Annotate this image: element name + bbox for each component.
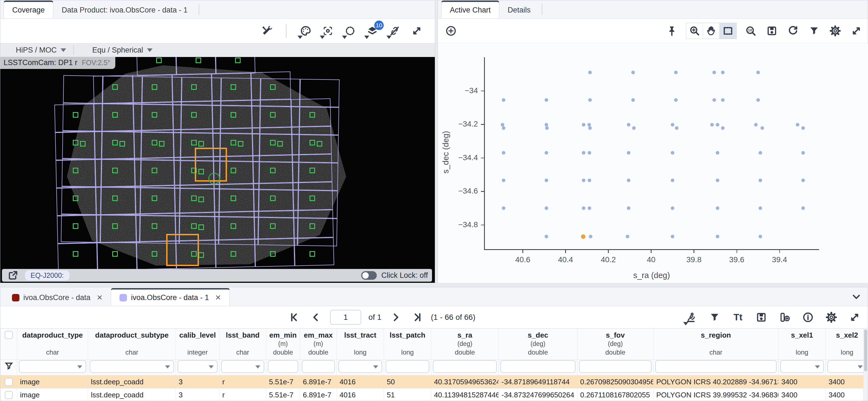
filter-input-dataproduct_type[interactable] <box>19 360 86 373</box>
scatter-point[interactable] <box>582 123 585 126</box>
scatter-point[interactable] <box>801 151 805 154</box>
filter-input-s_xel1[interactable] <box>780 360 824 373</box>
tools-icon[interactable] <box>260 24 274 38</box>
highlighted-scatter-point[interactable] <box>581 234 585 239</box>
filter-icon[interactable] <box>708 310 721 324</box>
scatter-point[interactable] <box>502 151 505 154</box>
pan-hand-icon[interactable] <box>703 23 720 39</box>
pin-icon[interactable] <box>665 24 679 38</box>
column-header-s_region[interactable]: s_regionchar <box>653 329 778 360</box>
next-page-button[interactable] <box>389 310 403 324</box>
expand-icon[interactable] <box>848 310 862 324</box>
scatter-point[interactable] <box>801 178 805 182</box>
scatter-point[interactable] <box>758 178 762 182</box>
row-checkbox[interactable] <box>5 391 13 399</box>
scatter-plot[interactable]: −34−34.2−34.4−34.6−34.840.640.440.24039.… <box>438 44 868 283</box>
scatter-point[interactable] <box>671 178 674 182</box>
tab-coverage[interactable]: Coverage <box>4 1 53 18</box>
expand-icon[interactable] <box>410 24 424 38</box>
tab-data-product[interactable]: Data Product: ivoa.ObsCore - data - 1 <box>53 2 196 18</box>
scatter-point[interactable] <box>754 123 758 126</box>
scatter-point[interactable] <box>588 70 592 74</box>
filter-input-s_xel2[interactable] <box>828 360 867 373</box>
filter-input-lsst_band[interactable] <box>221 360 264 373</box>
layers-icon[interactable]: 10 <box>365 24 379 38</box>
save-icon[interactable] <box>754 310 768 324</box>
column-header-s_xel2[interactable]: s_xel2long <box>826 329 868 360</box>
add-column-icon[interactable] <box>778 310 792 324</box>
scatter-point[interactable] <box>671 151 674 154</box>
scatter-point[interactable] <box>716 123 719 126</box>
scatter-point[interactable] <box>631 98 635 102</box>
region-select-icon[interactable] <box>343 24 357 38</box>
refresh-icon[interactable] <box>786 24 800 38</box>
scatter-point[interactable] <box>721 70 725 74</box>
column-header-lsst_tract[interactable]: lsst_tractlong <box>337 329 384 360</box>
filter-input-s_ra[interactable] <box>433 360 497 373</box>
scatter-point[interactable] <box>721 126 725 130</box>
column-header-lsst_band[interactable]: lsst_bandchar <box>219 329 266 360</box>
scatter-point[interactable] <box>716 178 719 182</box>
scatter-point[interactable] <box>716 235 719 238</box>
row-checkbox[interactable] <box>5 378 13 386</box>
scatter-point[interactable] <box>756 98 760 102</box>
recenter-icon[interactable] <box>321 24 335 38</box>
save-icon[interactable] <box>765 24 779 38</box>
first-page-button[interactable] <box>288 310 302 324</box>
column-header-em_min[interactable]: em_min(m)double <box>266 329 300 360</box>
column-header-dataproduct_subtype[interactable]: dataproduct_subtypechar <box>88 329 176 360</box>
scatter-point[interactable] <box>545 98 548 102</box>
scatter-point[interactable] <box>502 206 505 210</box>
scatter-point[interactable] <box>712 70 716 74</box>
filter-icon[interactable] <box>807 24 821 38</box>
add-chart-button[interactable] <box>444 24 458 38</box>
scatter-point[interactable] <box>588 126 592 130</box>
box-select-icon[interactable] <box>720 23 736 39</box>
info-icon[interactable] <box>801 310 815 324</box>
zoom-1x-icon[interactable]: 1X <box>744 24 758 38</box>
table-row[interactable]: imagelsst.deep_coadd3r5.51e-76.891e-7401… <box>1 375 868 389</box>
scatter-point[interactable] <box>632 126 636 130</box>
column-header-em_max[interactable]: em_max(m)double <box>300 329 337 360</box>
scatter-point[interactable] <box>588 98 592 102</box>
filter-input-lsst_patch[interactable] <box>386 360 429 373</box>
scatter-point[interactable] <box>801 206 805 210</box>
filter-input-em_max[interactable] <box>302 360 335 373</box>
tab-active-chart[interactable]: Active Chart <box>441 1 499 18</box>
tab-obscore-data-1[interactable]: ivoa.ObsCore - data - 1 ✕ <box>111 288 229 306</box>
scatter-point[interactable] <box>674 70 678 74</box>
scatter-point[interactable] <box>796 123 799 126</box>
text-columns-icon[interactable]: Tt <box>731 310 745 324</box>
column-header-s_ra[interactable]: s_ra(deg)double <box>431 329 499 360</box>
scatter-point[interactable] <box>627 206 630 210</box>
scatter-point[interactable] <box>582 178 585 182</box>
close-icon[interactable]: ✕ <box>215 293 221 302</box>
filter-input-s_fov[interactable] <box>579 360 652 373</box>
scatter-point[interactable] <box>716 151 719 154</box>
scatter-point[interactable] <box>627 151 630 154</box>
scatter-point[interactable] <box>588 151 591 154</box>
scatter-point[interactable] <box>671 206 674 210</box>
filter-input-dataproduct_subtype[interactable] <box>90 360 174 373</box>
scatter-point[interactable] <box>756 70 760 74</box>
expand-icon[interactable] <box>849 24 863 38</box>
inspect-icon[interactable] <box>684 310 698 324</box>
last-page-button[interactable] <box>410 310 424 324</box>
scatter-point[interactable] <box>675 126 679 130</box>
unlink-icon[interactable] <box>388 24 402 38</box>
table-scrollbar[interactable] <box>863 328 868 401</box>
column-header-lsst_patch[interactable]: lsst_patchlong <box>384 329 431 360</box>
scatter-point[interactable] <box>545 178 548 182</box>
tab-details[interactable]: Details <box>499 2 539 18</box>
scatter-point[interactable] <box>588 206 591 210</box>
settings-icon[interactable] <box>825 310 838 324</box>
scatter-point[interactable] <box>545 151 548 154</box>
scatter-point[interactable] <box>626 235 629 238</box>
filter-input-calib_level[interactable] <box>178 360 218 373</box>
scatter-point[interactable] <box>545 126 549 130</box>
filter-input-lsst_tract[interactable] <box>338 360 382 373</box>
column-header-s_dec[interactable]: s_dec(deg)double <box>499 329 577 360</box>
tab-obscore-data[interactable]: ivoa.ObsCore - data ✕ <box>4 289 111 306</box>
column-header-calib_level[interactable]: calib_levelinteger <box>176 329 219 360</box>
scatter-point[interactable] <box>582 206 585 210</box>
